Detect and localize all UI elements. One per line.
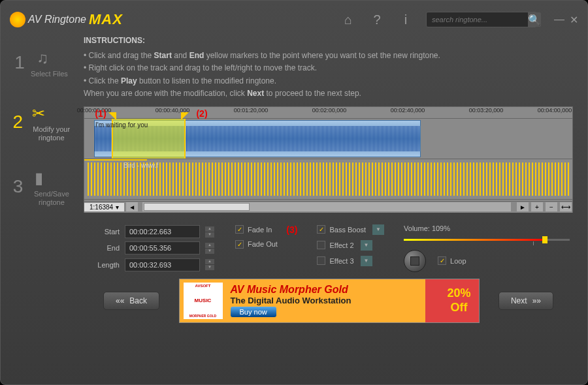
banner-subtitle: The Digital Audio Workstation [231,296,351,305]
waveform-2[interactable] [84,159,147,161]
bass-boost-label: Bass Boost [329,226,366,234]
search-box: 🔍 [426,12,537,27]
fade-out-checkbox[interactable] [235,240,244,249]
footer: ««Back AVSOFT MUSIC MORPHER GOLD AV Musi… [84,279,573,323]
annotation-1: (1) [95,108,106,119]
home-icon[interactable]: ⌂ [340,11,357,28]
start-spinner[interactable]: ▲▼ [205,226,216,238]
instruction-line-1: • Click and drag the Start and End yello… [84,50,573,62]
track-1-label: I'm waiting for you [95,121,148,129]
step-1-select-files[interactable]: 1 ♫ Select Files [10,35,78,90]
fade-effects: Fade In (3) Fade Out [235,224,297,272]
step-2-modify[interactable]: 2 ✂ Modify your ringtone [10,90,78,154]
bass-boost-row: Bass Boost ▼ [317,224,384,235]
scroll-left-button[interactable]: ◄ [125,202,139,212]
effect-3-dropdown[interactable]: ▼ [361,256,372,266]
effect-2-row: Effect 2 ▼ [317,240,384,251]
chevron-right-icon: »» [532,296,541,305]
app-window: AV Ringtone MAX ⌂ ? i 🔍 — ✕ 1 ♫ Select F… [0,0,588,385]
instruction-line-2: • Right click on the track and drag to t… [84,62,573,74]
fade-in-row: Fade In (3) [235,224,297,235]
instructions: INSTRUCTIONS: • Click and drag the Start… [84,35,573,100]
play-stop-button[interactable] [404,250,426,272]
sidebar: 1 ♫ Select Files 2 ✂ Modify your rington… [10,35,78,354]
app-name: AV Ringtone [28,14,86,25]
bass-boost-checkbox[interactable] [317,225,325,234]
help-icon[interactable]: ? [368,11,385,28]
banner-product-box: AVSOFT MUSIC MORPHER GOLD [184,283,223,319]
loop-row: Loop [438,256,466,265]
scroll-right-button[interactable]: ► [516,202,529,212]
close-icon[interactable]: ✕ [570,14,578,26]
bass-boost-dropdown[interactable]: ▼ [372,224,384,235]
end-label: End [87,244,120,252]
banner-text: AV Music Morpher Gold The Digital Audio … [231,284,351,317]
sound-effects: Bass Boost ▼ Effect 2 ▼ Effect 3 ▼ [317,224,384,272]
length-spinner[interactable]: ▲▼ [205,259,216,270]
info-icon[interactable]: i [397,11,414,28]
volume-panel: Volume: 109% Loop [404,224,570,272]
effect-2-label: Effect 2 [329,241,353,249]
loop-label: Loop [450,257,466,265]
effect-2-checkbox[interactable] [317,241,325,249]
instructions-title: INSTRUCTIONS: [84,35,573,47]
annotation-2: (2) [196,108,207,119]
volume-slider[interactable] [404,239,570,241]
track-2-label: Bird - www.f [123,162,158,169]
end-spinner[interactable]: ▲▼ [205,243,216,254]
ad-banner[interactable]: AVSOFT MUSIC MORPHER GOLD AV Music Morph… [179,279,480,323]
start-label: Start [87,228,120,236]
length-input[interactable] [125,258,200,271]
time-ruler: 00:00:00,000 00:00:40,000 00:01:20,000 0… [84,107,572,119]
tracks[interactable]: I'm waiting for you Bird - www.f [84,119,572,201]
fade-in-checkbox[interactable] [235,225,244,234]
waveform-toolbar: 1:16384▾ ◄ ► + − ⟷ [84,201,572,213]
logo-icon [10,12,25,27]
effect-3-checkbox[interactable] [317,256,325,265]
fade-in-label: Fade In [248,226,272,234]
volume-label: Volume: 109% [404,224,570,232]
end-input[interactable] [125,241,200,254]
instruction-line-4: When you are done with the modification,… [84,87,573,100]
chevron-left-icon: «« [116,296,124,305]
fade-out-row: Fade Out [235,240,297,249]
track-2[interactable]: Bird - www.f [84,159,572,200]
search-button[interactable]: 🔍 [528,12,541,27]
step-2-label: Modify your ringtone [27,125,76,142]
time-controls: Start ▲▼ End ▲▼ Length ▲▼ [87,224,216,272]
next-button[interactable]: Next»» [498,292,553,310]
back-button[interactable]: ««Back [103,292,159,310]
playback-controls: Loop [404,250,570,272]
slider-thumb[interactable] [542,236,547,243]
app-name-suffix: MAX [89,11,123,28]
loop-checkbox[interactable] [438,256,446,265]
scissors-icon: ✂ [27,102,50,125]
search-input[interactable] [427,12,528,27]
music-note-icon: ♫ [31,46,54,70]
length-label: Length [87,261,120,269]
app-logo: AV Ringtone MAX [10,11,123,28]
annotation-3: (3) [286,224,297,235]
effect-3-label: Effect 3 [329,257,353,265]
minimize-icon[interactable]: — [554,14,564,26]
start-input[interactable] [125,225,200,238]
track-1[interactable]: I'm waiting for you [84,119,572,159]
window-controls: — ✕ [554,14,578,26]
zoom-in-button[interactable]: + [531,202,544,212]
controls-row: Start ▲▼ End ▲▼ Length ▲▼ Fade In (3) [84,224,573,272]
fade-out-label: Fade Out [248,240,278,248]
zoom-fit-button[interactable]: ⟷ [559,202,572,212]
effect-3-row: Effect 3 ▼ [317,256,384,266]
zoom-level[interactable]: 1:16384▾ [84,203,124,211]
horizontal-scrollbar[interactable] [142,202,511,211]
device-icon: ▮ [27,166,51,190]
waveform-editor[interactable]: 00:00:00,000 00:00:40,000 00:01:20,000 0… [84,106,573,213]
step-3-send-save[interactable]: 3 ▮ Send/Save ringtone [10,155,78,219]
step-3-label: Send/Save ringtone [27,190,76,207]
zoom-out-button[interactable]: − [545,202,558,212]
step-1-label: Select Files [31,70,68,78]
banner-title: AV Music Morpher Gold [231,284,351,296]
buy-now-button[interactable]: Buy now [231,307,276,317]
effect-2-dropdown[interactable]: ▼ [361,240,372,251]
discount-badge: 20%Off [447,286,470,315]
